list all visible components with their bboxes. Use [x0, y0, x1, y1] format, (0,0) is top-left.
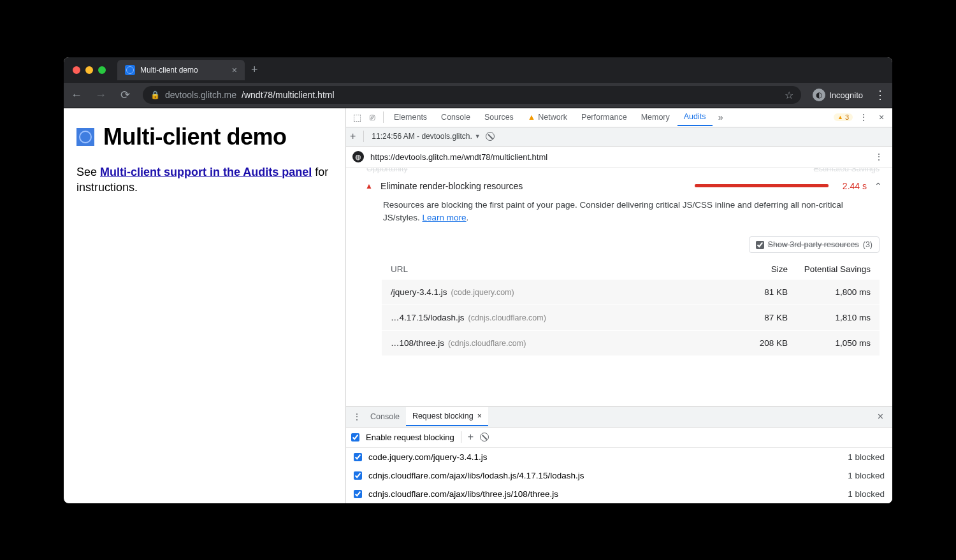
separator [461, 431, 461, 443]
tab-title: Multi-client demo [140, 66, 198, 75]
devtools-panel: ⬚ ⎚ Elements Console Sources ▲Network Pe… [345, 108, 892, 503]
drawer-close-button[interactable]: × [873, 411, 888, 422]
device-toggle-icon[interactable]: ⎚ [365, 112, 379, 122]
block-row[interactable]: cdnjs.cloudflare.com/ajax/libs/three.js/… [346, 485, 892, 503]
audit-item[interactable]: ▲ Eliminate render-blocking resources 2.… [346, 175, 892, 197]
warning-icon: ▲ [528, 113, 535, 122]
lighthouse-icon: ◍ [352, 151, 364, 162]
drawer-menu-button[interactable]: ⋮ [350, 412, 364, 422]
tab-sources[interactable]: Sources [478, 109, 520, 126]
tab-memory[interactable]: Memory [635, 109, 676, 126]
savings-label: Estimated Savings [813, 168, 880, 173]
block-checkbox[interactable] [354, 453, 362, 461]
col-savings: Potential Savings [788, 264, 871, 274]
clear-patterns-button[interactable] [480, 433, 489, 442]
reload-button[interactable]: ⟳ [119, 88, 131, 102]
table-header: URL Size Potential Savings [382, 259, 880, 279]
page-link[interactable]: Multi-client support in the Audits panel [100, 166, 312, 178]
blocking-toolbar: Enable request blocking + [346, 427, 892, 448]
inspect-icon[interactable]: ⬚ [350, 112, 364, 122]
separator [363, 131, 364, 142]
titlebar: Multi-client demo × + [64, 57, 892, 83]
drawer-tab-console[interactable]: Console [364, 408, 406, 426]
minimize-window-button[interactable] [85, 66, 93, 74]
url-host: devtools.glitch.me [165, 90, 236, 100]
enable-blocking-checkbox[interactable] [351, 433, 359, 442]
audit-url-menu[interactable]: ⋮ [872, 152, 886, 162]
new-audit-button[interactable]: + [350, 131, 356, 142]
table-row[interactable]: …108/three.js(cdnjs.cloudflare.com) 208 … [382, 330, 880, 355]
page-content: Multi-client demo See Multi-client suppo… [64, 108, 345, 503]
block-pattern: cdnjs.cloudflare.com/ajax/libs/lodash.js… [368, 471, 584, 480]
audit-url-row: ◍ https://devtools.glitch.me/wndt78/mult… [346, 147, 892, 168]
new-tab-button[interactable]: + [251, 63, 258, 76]
audit-body: Opportunity Estimated Savings ▲ Eliminat… [346, 168, 892, 406]
toolbar: ← → ⟳ 🔒 devtools.glitch.me/wndt78/multic… [64, 83, 892, 108]
tab-close-button[interactable]: × [232, 65, 237, 75]
table-row[interactable]: …4.17.15/lodash.js(cdnjs.cloudflare.com)… [382, 305, 880, 330]
tab-performance[interactable]: Performance [575, 109, 634, 126]
tab-network[interactable]: ▲Network [521, 109, 574, 126]
devtools-menu-button[interactable]: ⋮ [857, 112, 871, 122]
audit-select[interactable]: 11:24:56 AM - devtools.glitch. ▼ [372, 132, 480, 141]
maximize-window-button[interactable] [98, 66, 106, 74]
lock-icon: 🔒 [150, 90, 160, 99]
forward-button[interactable]: → [94, 89, 107, 102]
separator [383, 111, 384, 123]
tab-console[interactable]: Console [435, 109, 477, 126]
browser-tab[interactable]: Multi-client demo × [117, 60, 245, 80]
drawer-tabbar: ⋮ Console Request blocking × × [346, 407, 892, 427]
audit-url: https://devtools.glitch.me/wndt78/multic… [370, 152, 547, 162]
fail-icon: ▲ [365, 182, 373, 190]
block-count: 1 blocked [848, 452, 885, 462]
browser-window: Multi-client demo × + ← → ⟳ 🔒 devtools.g… [64, 57, 892, 503]
chevron-up-icon[interactable]: ⌃ [874, 181, 882, 191]
page-text-before: See [76, 166, 100, 178]
devtools-close-button[interactable]: × [874, 112, 888, 122]
incognito-indicator: ◐ Incognito [813, 89, 863, 101]
drawer-tab-blocking[interactable]: Request blocking × [406, 407, 488, 426]
opportunity-label: Opportunity [366, 168, 408, 173]
page-heading: Multi-client demo [103, 124, 287, 150]
add-pattern-button[interactable]: + [468, 431, 474, 443]
third-party-checkbox[interactable] [756, 241, 764, 249]
more-tabs-button[interactable]: » [714, 112, 728, 122]
enable-blocking-label: Enable request blocking [366, 433, 454, 442]
block-checkbox[interactable] [354, 490, 362, 498]
block-row[interactable]: cdnjs.cloudflare.com/ajax/libs/lodash.js… [346, 466, 892, 485]
incognito-icon: ◐ [813, 89, 825, 101]
audits-toolbar: + 11:24:56 AM - devtools.glitch. ▼ [346, 127, 892, 147]
audit-description: Resources are blocking the first paint o… [346, 197, 892, 228]
warnings-badge[interactable]: 3 [834, 113, 853, 121]
tab-audits[interactable]: Audits [677, 108, 713, 126]
tab-elements[interactable]: Elements [387, 109, 433, 126]
devtools-drawer: ⋮ Console Request blocking × × Enable re… [346, 406, 892, 503]
col-size: Size [730, 264, 788, 274]
content-split: Multi-client demo See Multi-client suppo… [64, 108, 892, 503]
resources-table: URL Size Potential Savings /jquery-3.4.1… [382, 259, 880, 355]
savings-bar [695, 184, 829, 187]
clear-button[interactable] [486, 132, 495, 141]
address-bar[interactable]: 🔒 devtools.glitch.me/wndt78/multiclient.… [143, 86, 801, 104]
browser-menu-button[interactable]: ⋮ [874, 88, 886, 102]
favicon-icon [125, 65, 135, 75]
opportunity-header: Opportunity Estimated Savings [346, 168, 892, 175]
page-logo-icon [76, 128, 94, 146]
third-party-label: Show 3rd-party resources [768, 240, 859, 249]
block-row[interactable]: code.jquery.com/jquery-3.4.1.js 1 blocke… [346, 448, 892, 466]
bookmark-button[interactable]: ☆ [785, 89, 793, 101]
block-pattern: code.jquery.com/jquery-3.4.1.js [368, 452, 488, 462]
block-count: 1 blocked [848, 471, 885, 480]
page-paragraph: See Multi-client support in the Audits p… [76, 164, 333, 196]
close-window-button[interactable] [73, 66, 80, 74]
table-row[interactable]: /jquery-3.4.1.js(code.jquery.com) 81 KB … [382, 279, 880, 305]
block-checkbox[interactable] [354, 471, 362, 480]
learn-more-link[interactable]: Learn more [423, 213, 467, 222]
third-party-toggle[interactable]: Show 3rd-party resources (3) [749, 236, 880, 253]
close-icon[interactable]: × [477, 412, 482, 420]
back-button[interactable]: ← [70, 89, 83, 102]
devtools-tabbar: ⬚ ⎚ Elements Console Sources ▲Network Pe… [346, 108, 892, 127]
block-pattern: cdnjs.cloudflare.com/ajax/libs/three.js/… [368, 489, 558, 499]
incognito-label: Incognito [829, 90, 863, 100]
window-controls [73, 66, 106, 74]
